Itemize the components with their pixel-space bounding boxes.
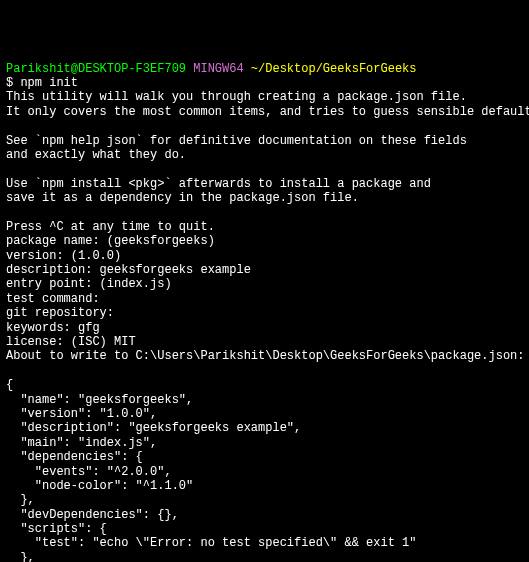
- command-line: $ npm init: [6, 76, 523, 90]
- output-line: keywords: gfg: [6, 321, 523, 335]
- output-line: Use `npm install <pkg>` afterwards to in…: [6, 177, 523, 191]
- user-host: Parikshit@DESKTOP-F3EF709: [6, 62, 186, 76]
- output-line: save it as a dependency in the package.j…: [6, 191, 523, 205]
- output-line: git repository:: [6, 306, 523, 320]
- terminal-output[interactable]: Parikshit@DESKTOP-F3EF709 MINGW64 ~/Desk…: [6, 62, 523, 562]
- json-line: "test": "echo \"Error: no test specified…: [6, 536, 523, 550]
- output-line: test command:: [6, 292, 523, 306]
- json-line: },: [6, 493, 523, 507]
- json-line: "description": "geeksforgeeks example",: [6, 421, 523, 435]
- json-line: {: [6, 378, 523, 392]
- shell-name: MINGW64: [193, 62, 243, 76]
- output-line: license: (ISC) MIT: [6, 335, 523, 349]
- json-line: "dependencies": {: [6, 450, 523, 464]
- output-line: [6, 119, 523, 133]
- output-line: About to write to C:\Users\Parikshit\Des…: [6, 349, 523, 363]
- prompt-line-1: Parikshit@DESKTOP-F3EF709 MINGW64 ~/Desk…: [6, 62, 523, 76]
- json-line: "name": "geeksforgeeks",: [6, 393, 523, 407]
- json-line: },: [6, 551, 523, 562]
- output-line: See `npm help json` for definitive docum…: [6, 134, 523, 148]
- json-line: "scripts": {: [6, 522, 523, 536]
- output-line: package name: (geeksforgeeks): [6, 234, 523, 248]
- output-line: and exactly what they do.: [6, 148, 523, 162]
- output-line: [6, 364, 523, 378]
- output-line: entry point: (index.js): [6, 277, 523, 291]
- output-line: Press ^C at any time to quit.: [6, 220, 523, 234]
- output-line: description: geeksforgeeks example: [6, 263, 523, 277]
- output-line: [6, 205, 523, 219]
- output-line: [6, 162, 523, 176]
- output-line: This utility will walk you through creat…: [6, 90, 523, 104]
- json-line: "version": "1.0.0",: [6, 407, 523, 421]
- json-line: "events": "^2.0.0",: [6, 465, 523, 479]
- output-line: version: (1.0.0): [6, 249, 523, 263]
- cwd-path: ~/Desktop/GeeksForGeeks: [251, 62, 417, 76]
- json-line: "devDependencies": {},: [6, 508, 523, 522]
- json-line: "main": "index.js",: [6, 436, 523, 450]
- output-line: It only covers the most common items, an…: [6, 105, 523, 119]
- json-line: "node-color": "^1.1.0": [6, 479, 523, 493]
